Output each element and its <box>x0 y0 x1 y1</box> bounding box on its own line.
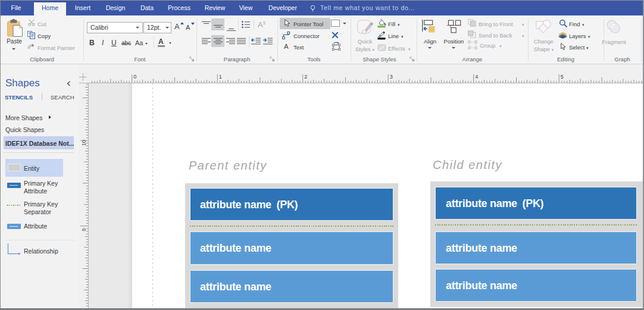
svg-text:5: 5 <box>561 74 564 80</box>
svg-text:3: 3 <box>390 74 393 80</box>
svg-text:4: 4 <box>475 74 478 80</box>
svg-text:10: 10 <box>81 140 87 146</box>
svg-text:1: 1 <box>219 74 222 80</box>
svg-text:0: 0 <box>133 74 136 80</box>
svg-text:9: 9 <box>81 228 87 231</box>
svg-text:2: 2 <box>304 74 307 80</box>
